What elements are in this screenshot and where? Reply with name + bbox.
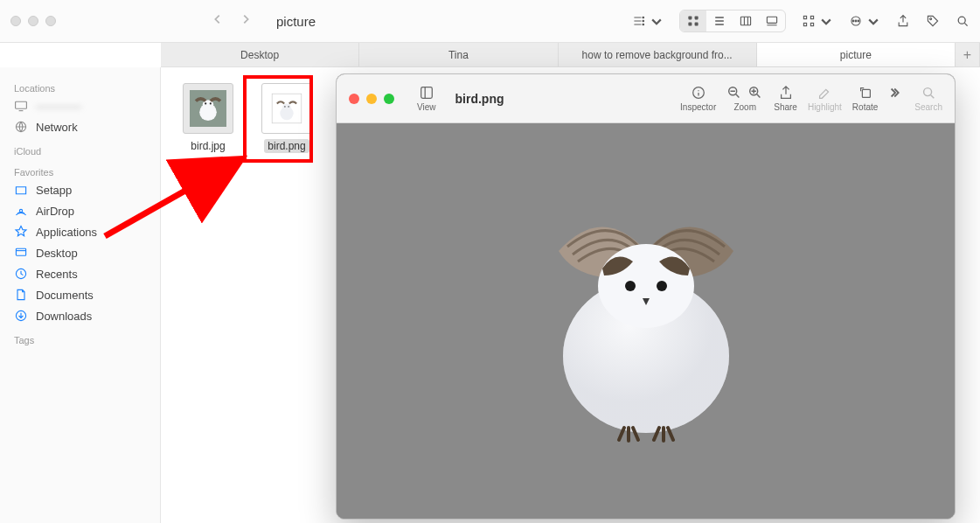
sidebar-item-computer[interactable]: ———— [0,95,160,116]
action-menu[interactable] [849,14,880,28]
window-title: picture [276,14,316,29]
view-menu[interactable]: View [417,85,436,112]
gallery-view-button[interactable] [759,10,785,32]
svg-point-33 [284,106,285,107]
svg-point-17 [930,18,932,20]
zoom-controls[interactable]: Zoom [726,85,763,112]
sidebar-item-documents[interactable]: Documents [0,284,160,305]
svg-rect-9 [803,16,806,18]
new-tab-button[interactable]: + [956,43,980,66]
svg-point-34 [288,106,288,107]
sidebar: Locations ———— Network iCloud Favorites … [0,67,161,523]
forward-button[interactable] [240,13,252,29]
sidebar-item-desktop[interactable]: Desktop [0,242,160,263]
svg-point-15 [852,20,854,22]
svg-point-46 [657,281,667,291]
section-favorites: Favorites [0,164,160,179]
svg-point-44 [598,244,694,328]
svg-rect-22 [16,248,25,255]
close-button[interactable] [349,94,359,104]
group-menu[interactable] [632,14,664,28]
back-button[interactable] [212,13,224,29]
svg-point-16 [858,20,859,22]
sidebar-item-recents[interactable]: Recents [0,263,160,284]
file-label: bird.jpg [187,139,228,153]
svg-rect-11 [803,23,806,25]
svg-rect-3 [688,16,692,19]
svg-point-32 [282,103,291,110]
search-button[interactable] [956,14,970,28]
minimize-dot[interactable] [28,16,38,26]
file-label: bird.png [264,139,309,153]
svg-rect-10 [810,16,813,18]
tab-bar: Desktop Tina how to remove background fr… [161,43,980,67]
minimize-button[interactable] [366,94,377,104]
svg-rect-5 [688,23,692,26]
preview-window-controls [349,94,394,104]
preview-title: bird.png [455,92,504,106]
svg-rect-6 [695,23,699,26]
svg-point-28 [205,102,206,104]
svg-rect-4 [695,16,699,19]
zoom-dot[interactable] [45,16,56,26]
sidebar-item-network[interactable]: Network [0,116,160,137]
highlight-button[interactable]: Highlight [808,85,842,112]
svg-point-14 [855,20,857,22]
svg-point-2 [643,24,644,25]
thumb-bird-png [261,83,312,134]
icon-view-button[interactable] [680,10,706,32]
close-dot[interactable] [10,16,21,26]
svg-point-18 [958,17,965,24]
svg-point-1 [643,20,644,22]
share-button[interactable]: Share [774,85,797,112]
svg-rect-40 [862,89,870,97]
svg-rect-7 [740,17,750,25]
sidebar-item-airdrop[interactable]: AirDrop [0,200,160,221]
preview-window: View bird.png Inspector Zoom Share Highl… [336,73,956,520]
svg-rect-36 [420,87,432,99]
svg-rect-12 [810,23,813,25]
search-button[interactable]: Search [914,85,942,112]
tab-desktop[interactable]: Desktop [161,43,359,66]
svg-point-41 [924,88,932,96]
more-button[interactable] [888,85,904,112]
share-button[interactable] [896,14,910,28]
file-bird-jpg[interactable]: bird.jpg [177,83,240,153]
svg-point-29 [210,102,212,104]
file-bird-png[interactable]: bird.png [255,83,318,153]
sidebar-item-applications[interactable]: Applications [0,221,160,242]
preview-titlebar: View bird.png Inspector Zoom Share Highl… [337,74,955,123]
thumb-bird-jpg [183,83,233,134]
fullscreen-button[interactable] [384,94,394,104]
svg-point-0 [643,17,644,18]
section-tags: Tags [0,331,160,347]
window-controls [10,16,56,26]
view-mode-group [679,10,786,32]
section-locations: Locations [0,80,160,95]
finder-toolbar [632,10,970,32]
finder-titlebar: picture [0,0,980,43]
tab-picture[interactable]: picture [757,43,956,66]
bird-image [506,190,786,452]
tab-howto[interactable]: how to remove background fro... [559,43,757,66]
sidebar-item-setapp[interactable]: Setapp [0,179,160,200]
sidebar-item-downloads[interactable]: Downloads [0,305,160,326]
svg-point-45 [625,281,636,291]
rotate-button[interactable]: Rotate [852,85,878,112]
inspector-button[interactable]: Inspector [680,85,716,112]
tab-tina[interactable]: Tina [359,43,558,66]
arrange-menu[interactable] [802,14,833,28]
nav-arrows [212,13,252,29]
svg-rect-19 [16,101,27,108]
column-view-button[interactable] [733,10,759,32]
tag-button[interactable] [926,14,940,28]
svg-rect-8 [767,17,776,23]
section-icloud: iCloud [0,143,160,158]
preview-canvas[interactable] [337,123,955,519]
list-view-button[interactable] [706,10,733,32]
